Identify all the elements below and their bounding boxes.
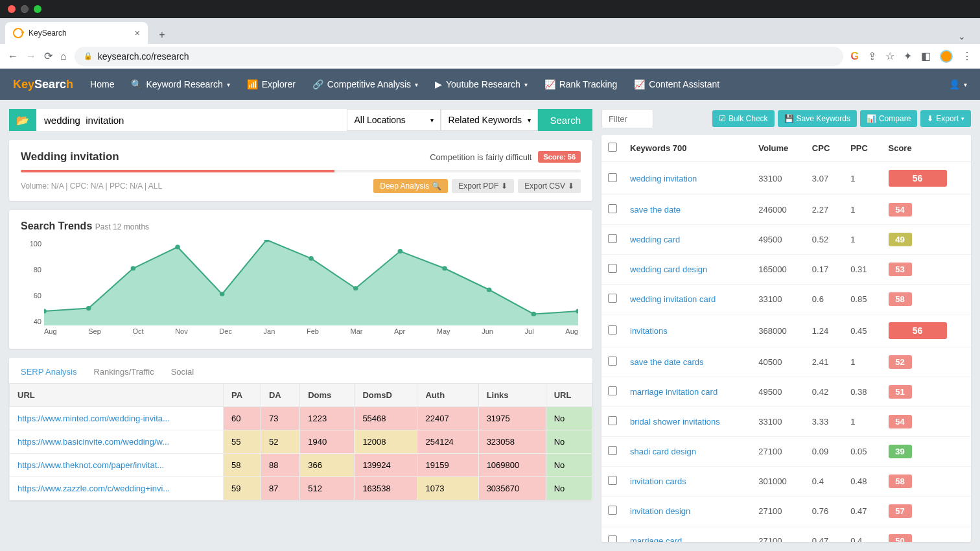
serp-col[interactable]: URL <box>546 384 592 407</box>
keyword-link[interactable]: marriage invitation card <box>630 387 718 397</box>
row-checkbox[interactable] <box>608 386 617 395</box>
col-score[interactable]: Score <box>882 135 971 162</box>
nav-rank[interactable]: 📈Rank Tracking <box>544 79 617 89</box>
row-checkbox[interactable] <box>608 294 617 303</box>
checkbox-all[interactable] <box>608 143 617 152</box>
window-min-dot[interactable] <box>21 5 29 13</box>
row-checkbox[interactable] <box>608 264 617 273</box>
compare-button[interactable]: 📊Compare <box>860 110 917 127</box>
serp-col[interactable]: Links <box>478 384 546 407</box>
chart-line-icon: 📈 <box>544 79 555 89</box>
tab-close-icon[interactable]: × <box>135 28 140 38</box>
keyword-link[interactable]: save the date cards <box>630 357 703 367</box>
tab-rankings[interactable]: Rankings/Traffic <box>93 367 154 377</box>
row-checkbox[interactable] <box>608 476 617 485</box>
keyword-link[interactable]: wedding card design <box>630 264 707 274</box>
row-checkbox[interactable] <box>608 173 617 182</box>
nav-keyword-research[interactable]: 🔍Keyword Research▾ <box>131 79 229 89</box>
col-volume[interactable]: Volume <box>752 135 805 162</box>
col-cpc[interactable]: CPC <box>806 135 844 162</box>
row-checkbox[interactable] <box>608 357 617 366</box>
kw-header[interactable]: Keywords 700 <box>624 135 752 162</box>
back-icon[interactable]: ← <box>8 51 18 62</box>
logo[interactable]: KeySearch <box>13 78 73 91</box>
serp-url[interactable]: https://www.zazzle.com/c/wedding+invi... <box>10 477 224 500</box>
google-icon[interactable]: G <box>851 51 859 62</box>
mode-select[interactable]: Related Keywords▾ <box>441 109 538 131</box>
keyword-link[interactable]: marriage card <box>630 536 682 542</box>
profile-avatar-icon[interactable] <box>940 50 953 63</box>
row-checkbox[interactable] <box>608 325 617 334</box>
save-icon: 💾 <box>784 114 794 123</box>
export-button[interactable]: ⬇Export▾ <box>920 110 971 127</box>
keyword-link[interactable]: invitations <box>630 326 668 336</box>
menu-icon[interactable]: ⋮ <box>962 50 972 62</box>
keyword-link[interactable]: bridal shower invitations <box>630 417 720 427</box>
keyword-input[interactable] <box>36 109 347 131</box>
serp-col[interactable]: URL <box>10 384 224 407</box>
keyword-link[interactable]: shadi card design <box>630 447 696 456</box>
window-max-dot[interactable] <box>34 5 41 13</box>
window-close-dot[interactable] <box>8 5 16 13</box>
nav-explorer[interactable]: 📶Explorer <box>247 79 296 89</box>
keyword-link[interactable]: wedding invitation <box>630 174 697 183</box>
search-button[interactable]: Search <box>538 109 592 131</box>
score-pill: 58 <box>889 292 912 306</box>
score-pill: 56 <box>889 322 947 339</box>
serp-url[interactable]: https://www.theknot.com/paper/invitat... <box>10 454 224 477</box>
deep-analysis-button[interactable]: Deep Analysis 🔍 <box>373 179 448 193</box>
keyword-link[interactable]: invitation cards <box>630 476 686 486</box>
row-checkbox[interactable] <box>608 446 617 455</box>
link-icon: 🔗 <box>312 79 323 89</box>
serp-col[interactable]: Doms <box>300 384 355 407</box>
nav-user[interactable]: 👤▾ <box>949 79 967 89</box>
keyword-link[interactable]: invitation design <box>630 506 690 516</box>
forward-icon[interactable]: → <box>26 51 36 62</box>
caret-down-icon: ▾ <box>528 117 531 124</box>
export-csv-button[interactable]: Export CSV ⬇ <box>518 179 581 193</box>
serp-col[interactable]: DA <box>261 384 299 407</box>
serp-url[interactable]: https://www.basicinvite.com/wedding/w... <box>10 430 224 454</box>
row-checkbox[interactable] <box>608 535 617 542</box>
browser-tab[interactable]: KeySearch × <box>5 22 148 44</box>
keyword-link[interactable]: wedding card <box>630 235 680 244</box>
bulk-check-button[interactable]: ☑Bulk Check <box>712 110 775 127</box>
save-keywords-button[interactable]: 💾Save Keywords <box>778 110 857 127</box>
folder-button[interactable]: 📂 <box>9 109 36 131</box>
home-icon[interactable]: ⌂ <box>60 51 67 62</box>
extensions-icon[interactable]: ✦ <box>904 50 912 62</box>
nav-content[interactable]: 📈Content Assistant <box>634 79 719 89</box>
sidepanel-icon[interactable]: ◧ <box>921 50 931 62</box>
filter-input[interactable] <box>601 109 653 128</box>
svg-point-6 <box>309 256 314 261</box>
tab-serp-analysis[interactable]: SERP Analysis <box>21 367 76 377</box>
tab-title: KeySearch <box>29 29 67 38</box>
keyword-row: wedding card design 165000 0.17 0.31 53 <box>601 255 971 285</box>
row-checkbox[interactable] <box>608 416 617 425</box>
row-checkbox[interactable] <box>608 234 617 243</box>
share-icon[interactable]: ⇪ <box>868 50 876 62</box>
tab-social[interactable]: Social <box>171 367 194 377</box>
url-field[interactable]: 🔒 keysearch.co/research <box>75 47 843 66</box>
export-pdf-button[interactable]: Export PDF ⬇ <box>452 179 514 193</box>
location-select[interactable]: All Locations▾ <box>347 109 441 131</box>
row-checkbox[interactable] <box>608 204 617 213</box>
nav-youtube[interactable]: ▶Youtube Research▾ <box>435 79 528 89</box>
col-ppc[interactable]: PPC <box>844 135 881 162</box>
new-tab-button[interactable]: + <box>153 26 171 44</box>
keyword-row: save the date 246000 2.27 1 54 <box>601 195 971 225</box>
star-icon[interactable]: ☆ <box>885 50 894 62</box>
tabs-dropdown-icon[interactable]: ⌄ <box>949 29 975 44</box>
reload-icon[interactable]: ⟳ <box>44 50 52 62</box>
serp-col[interactable]: DomsD <box>355 384 417 407</box>
row-checkbox[interactable] <box>608 506 617 515</box>
serp-col[interactable]: Auth <box>417 384 478 407</box>
keyword-link[interactable]: save the date <box>630 205 681 215</box>
score-pill: 54 <box>889 415 912 428</box>
serp-col[interactable]: PA <box>224 384 261 407</box>
search-icon: 🔍 <box>432 182 441 191</box>
nav-home[interactable]: Home <box>90 79 114 89</box>
serp-url[interactable]: https://www.minted.com/wedding-invita... <box>10 407 224 430</box>
keyword-link[interactable]: wedding invitation card <box>630 294 716 304</box>
nav-competitive[interactable]: 🔗Competitive Analysis▾ <box>312 79 418 89</box>
